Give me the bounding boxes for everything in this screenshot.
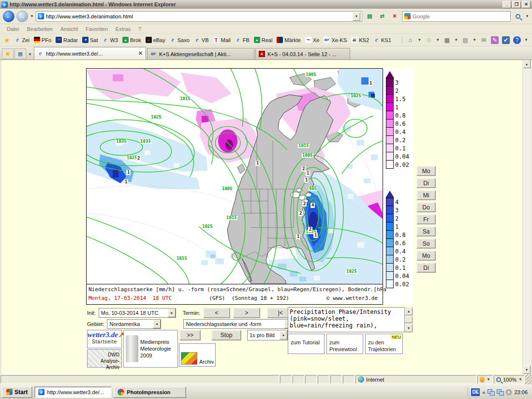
tab-wetter3[interactable]: e http://www.wetter3.de/... ✕ — [34, 47, 146, 59]
favorites-bar-item[interactable]: Märkte — [277, 37, 301, 43]
favorite-icon — [373, 37, 380, 43]
wetter3-home-link[interactable]: wetter3.de↗ Startseite — [87, 330, 122, 348]
favorites-bar-item[interactable]: KS1 — [373, 37, 391, 43]
favorites-bar-item[interactable]: Saxo — [170, 37, 190, 43]
restore-button[interactable]: ❐ — [512, 1, 521, 8]
scroll-up-icon[interactable]: ▲ — [405, 307, 413, 315]
refresh-button[interactable]: ⇄ — [377, 11, 387, 22]
favorites-bar-item[interactable]: Xe — [305, 37, 319, 43]
close-button[interactable]: ✕ — [522, 1, 531, 8]
protected-mode-pane[interactable]: ▼ — [477, 375, 493, 384]
termin-prev-button[interactable]: < — [203, 308, 230, 318]
zoom-pane[interactable]: 100% ▼ — [494, 375, 525, 384]
favorites-bar-item[interactable]: eBay — [146, 37, 165, 43]
tutorial-link[interactable]: zum Tutorial — [288, 334, 325, 354]
network-icon[interactable] — [488, 389, 494, 395]
menu-item[interactable]: Bearbeiten — [27, 26, 53, 32]
share-icon[interactable]: ✉ — [480, 36, 488, 44]
day-button[interactable]: Sa — [416, 226, 436, 236]
printer-icon[interactable]: ▦ — [443, 36, 451, 44]
search-dropdown[interactable]: ▼ — [525, 14, 529, 18]
favorites-bar-item[interactable]: Xe-KS — [324, 37, 347, 43]
scale-cell — [386, 214, 394, 222]
tab-close-icon[interactable]: ✕ — [138, 50, 143, 57]
archiv-link[interactable]: Archiv — [179, 343, 216, 367]
minimize-button[interactable]: _ — [502, 1, 511, 8]
save-icon[interactable]: ✎ — [491, 36, 499, 44]
day-button[interactable]: Mo — [416, 166, 436, 176]
compatibility-icon[interactable]: ▤ — [364, 11, 375, 22]
day-button[interactable]: Mi — [416, 190, 436, 200]
menu-item[interactable]: Extras — [116, 26, 131, 32]
taskbar-item-wetter3[interactable]: e http://www.wetter3.de/... — [34, 386, 112, 398]
history-dropdown[interactable]: ▼ — [30, 14, 34, 18]
stop-button[interactable]: Stop — [211, 330, 241, 340]
gebiet-select[interactable]: Nordamerika ▼ — [107, 319, 161, 329]
add-favorite-star-icon[interactable]: ★ — [4, 36, 10, 44]
page-menu-icon[interactable]: ▤ — [461, 36, 469, 44]
menu-item[interactable]: Datei — [7, 26, 19, 32]
network-icon[interactable] — [497, 389, 503, 395]
layer-select[interactable]: Niederschlagsstaerke und -form ▼ — [183, 319, 293, 329]
page-scrollbar[interactable]: ▲ ▼ — [522, 60, 531, 374]
menu-item[interactable]: Favoriten — [86, 26, 108, 32]
tab-ks-pdf[interactable]: A K+S - 04.03.14 - Seite 12 - ... — [255, 48, 350, 59]
day-button[interactable]: So — [416, 238, 436, 249]
termin-next-button[interactable]: > — [233, 308, 260, 318]
scroll-down-icon[interactable]: ▼ — [523, 366, 531, 374]
play-button[interactable]: >> — [179, 330, 201, 340]
back-button[interactable]: ← — [3, 11, 15, 22]
home-icon[interactable]: ⌂ — [406, 36, 414, 44]
favorite-label: Sat — [90, 37, 98, 43]
favorites-bar-item[interactable]: Sat — [82, 37, 98, 43]
favorites-bar-item[interactable]: Mail — [213, 37, 230, 43]
dwd-archive-link[interactable]: DWD Analyse-Archiv — [87, 349, 122, 368]
url-dropdown[interactable]: ▼ — [353, 12, 360, 21]
speed-select[interactable]: 1s pro Bild ▼ — [247, 330, 288, 340]
resize-grip[interactable] — [525, 374, 532, 384]
scroll-thumb[interactable] — [405, 316, 413, 323]
favorites-bar-item[interactable]: Real — [254, 37, 273, 43]
scroll-up-icon[interactable]: ▲ — [523, 60, 531, 68]
favorites-bar-item[interactable]: Zei — [15, 37, 30, 43]
feeds-icon[interactable]: ⊙ — [425, 36, 432, 44]
day-button[interactable]: Di — [416, 263, 436, 273]
forward-button[interactable]: → — [16, 11, 28, 22]
favorites-bar-item[interactable]: PFo — [34, 37, 51, 43]
taskbar-item-photoimpression[interactable]: PhotoImpression — [114, 386, 186, 398]
previewtool-link[interactable]: zum Previewtool — [326, 334, 363, 354]
favorites-bar-item[interactable]: VB — [194, 37, 209, 43]
day-button[interactable]: Mo — [416, 251, 436, 261]
url-input[interactable] — [46, 14, 351, 19]
info-textarea[interactable]: Precipitation Phase/Intensity (pink=snow… — [288, 307, 405, 332]
day-button[interactable]: Di — [416, 178, 436, 188]
init-select[interactable]: Mo, 10-03-2014 18 UTC ▼ — [99, 308, 176, 318]
medienpreis-box[interactable]: Medienpreis Meteorologie 2009 — [123, 330, 178, 368]
favorites-bar-item[interactable]: W3 — [103, 37, 118, 43]
scheduler-icon[interactable] — [506, 389, 512, 395]
favorites-bar-item[interactable]: Radar — [56, 37, 78, 43]
tray-collapse-chevron[interactable]: « — [482, 389, 485, 395]
search-input[interactable] — [413, 14, 508, 19]
scroll-down-icon[interactable]: ▼ — [405, 324, 413, 332]
menu-item[interactable]: Ansicht — [60, 26, 78, 32]
favorites-bar-item[interactable]: KS2 — [351, 37, 369, 43]
stop-button[interactable]: ✕ — [389, 11, 400, 22]
quick-tabs-icon[interactable]: ▦ — [15, 48, 26, 59]
textarea-scrollbar[interactable]: ▲ ▼ — [405, 307, 413, 332]
safety-check-icon[interactable]: ✔ — [502, 36, 510, 44]
day-button[interactable]: Fr — [416, 214, 436, 224]
help-icon[interactable]: ? — [513, 36, 521, 44]
favorites-center-button[interactable]: ★ — [2, 48, 14, 59]
zoom-magnifier-icon — [496, 377, 501, 382]
tab-ks-aktiengesellschaft[interactable]: BF K+S Aktiengesellschaft | Akti... — [147, 48, 254, 59]
search-button[interactable] — [513, 11, 523, 22]
favorites-bar-item[interactable]: FB — [235, 37, 250, 43]
favorites-bar-item[interactable]: Brok — [122, 37, 141, 43]
start-button[interactable]: Start — [1, 386, 32, 398]
tab-list-dropdown[interactable]: ▼ — [28, 52, 32, 57]
menu-item[interactable]: ? — [138, 26, 141, 32]
day-button[interactable]: Do — [416, 202, 436, 212]
trajectories-link[interactable]: NEU zu den Trajektorien — [365, 334, 403, 354]
language-indicator[interactable]: DE — [471, 388, 480, 396]
